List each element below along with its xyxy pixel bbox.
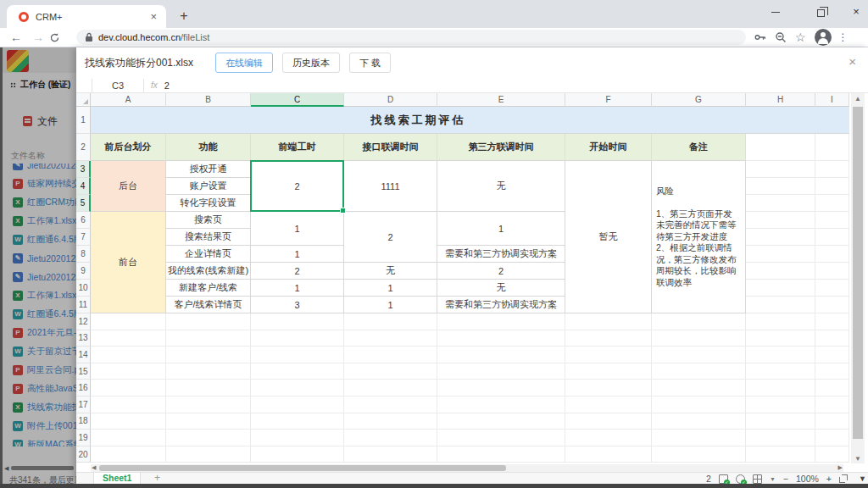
cell-F12[interactable] bbox=[565, 313, 652, 330]
cell-G13[interactable] bbox=[652, 330, 746, 347]
cell-E19[interactable] bbox=[437, 430, 565, 446]
cell-B16[interactable] bbox=[166, 380, 251, 396]
row-header-12[interactable]: 12 bbox=[76, 313, 91, 330]
col-header-E[interactable]: E bbox=[437, 93, 565, 107]
cell-E3[interactable]: 无 bbox=[437, 161, 565, 212]
cell-B9[interactable]: 我的线索(线索新建) bbox=[166, 263, 251, 280]
cell-E9[interactable]: 2 bbox=[437, 263, 565, 280]
cell-C15[interactable] bbox=[251, 363, 344, 380]
cell-H10[interactable] bbox=[746, 280, 815, 297]
cell-B4[interactable]: 账户设置 bbox=[166, 178, 251, 195]
cell-H2[interactable] bbox=[746, 134, 815, 161]
cell-E12[interactable] bbox=[437, 313, 565, 330]
cell-I20[interactable] bbox=[815, 446, 849, 463]
cell-H18[interactable] bbox=[746, 413, 815, 430]
col-header-A[interactable]: A bbox=[91, 93, 166, 107]
cell-H1[interactable] bbox=[746, 107, 849, 134]
row-header-14[interactable]: 14 bbox=[76, 347, 91, 363]
cell-H6[interactable] bbox=[746, 212, 815, 229]
row-header-5[interactable]: 5 bbox=[76, 195, 91, 212]
download-button[interactable]: 下 载 bbox=[349, 53, 391, 73]
cell-C17[interactable] bbox=[251, 396, 344, 413]
cell-E18[interactable] bbox=[437, 413, 565, 430]
url-field[interactable]: dev.cloud.hecom.cn/fileList bbox=[76, 30, 746, 45]
col-header-B[interactable]: B bbox=[166, 93, 251, 107]
zoom-out-button[interactable]: − bbox=[783, 474, 788, 484]
zoom-in-button[interactable]: + bbox=[826, 474, 832, 484]
col-header-I[interactable]: I bbox=[815, 93, 849, 107]
col-header-D[interactable]: D bbox=[344, 93, 437, 107]
cell-D15[interactable] bbox=[344, 363, 437, 380]
cell-I4[interactable] bbox=[815, 178, 849, 195]
cell-I10[interactable] bbox=[815, 280, 849, 297]
cell-H15[interactable] bbox=[746, 363, 815, 380]
cell-F13[interactable] bbox=[565, 330, 652, 347]
cell-D17[interactable] bbox=[344, 396, 437, 413]
cell-H7[interactable] bbox=[746, 229, 815, 246]
cell-I17[interactable] bbox=[815, 396, 849, 413]
cell-H4[interactable] bbox=[746, 178, 815, 195]
cell-B2[interactable]: 功能 bbox=[166, 134, 251, 161]
fullscreen-icon[interactable] bbox=[839, 474, 848, 483]
bookmark-star-icon[interactable]: ☆ bbox=[795, 30, 806, 44]
new-tab-button[interactable]: + bbox=[175, 7, 193, 25]
name-box[interactable]: C3 bbox=[92, 79, 144, 92]
cell-C13[interactable] bbox=[251, 330, 344, 347]
cell-A2[interactable]: 前后台划分 bbox=[91, 134, 166, 161]
col-header-H[interactable]: H bbox=[746, 93, 815, 107]
cell-F16[interactable] bbox=[565, 380, 652, 396]
row-header-18[interactable]: 18 bbox=[76, 413, 91, 430]
cell-F2[interactable]: 开始时间 bbox=[565, 134, 652, 161]
cell-C14[interactable] bbox=[251, 347, 344, 363]
col-header-G[interactable]: G bbox=[652, 93, 746, 107]
profile-avatar[interactable] bbox=[815, 29, 832, 46]
cell-F20[interactable] bbox=[565, 446, 652, 463]
forward-icon[interactable]: → bbox=[27, 30, 49, 44]
cell-C16[interactable] bbox=[251, 380, 344, 396]
cell-D16[interactable] bbox=[344, 380, 437, 396]
zoom-level[interactable]: 100% bbox=[796, 474, 819, 484]
cell-D2[interactable]: 接口联调时间 bbox=[344, 134, 437, 161]
sheet-hscrollbar[interactable]: ◀ ▶ bbox=[91, 464, 843, 472]
cell-D10[interactable]: 1 bbox=[344, 280, 437, 297]
scroll-down-icon[interactable]: ▼ bbox=[851, 455, 865, 463]
cell-H14[interactable] bbox=[746, 347, 815, 363]
cell-E14[interactable] bbox=[437, 347, 565, 363]
row-header-9[interactable]: 9 bbox=[76, 263, 91, 280]
cell-H3[interactable] bbox=[746, 161, 815, 178]
cell-A1[interactable]: 找线索工期评估 bbox=[91, 107, 746, 134]
cell-I12[interactable] bbox=[815, 313, 849, 330]
cell-I9[interactable] bbox=[815, 263, 849, 280]
cell-E2[interactable]: 第三方联调时间 bbox=[437, 134, 565, 161]
cell-B3[interactable]: 授权开通 bbox=[166, 161, 251, 178]
cell-H20[interactable] bbox=[746, 446, 815, 463]
cell-H5[interactable] bbox=[746, 195, 815, 212]
cell-I2[interactable] bbox=[815, 134, 849, 161]
cell-A15[interactable] bbox=[91, 363, 166, 380]
cell-A20[interactable] bbox=[91, 446, 166, 463]
cell-B18[interactable] bbox=[166, 413, 251, 430]
sheet-tab[interactable]: Sheet1 bbox=[93, 473, 141, 485]
hscroll-thumb[interactable] bbox=[99, 465, 506, 471]
cell-A13[interactable] bbox=[91, 330, 166, 347]
cell-B19[interactable] bbox=[166, 430, 251, 446]
cell-G16[interactable] bbox=[652, 380, 746, 396]
cell-D11[interactable]: 1 bbox=[344, 297, 437, 313]
cell-I18[interactable] bbox=[815, 413, 849, 430]
col-header-F[interactable]: F bbox=[565, 93, 652, 107]
cell-I11[interactable] bbox=[815, 297, 849, 313]
cell-B12[interactable] bbox=[166, 313, 251, 330]
tab-close-icon[interactable]: × bbox=[147, 11, 159, 22]
layout-caret-icon[interactable]: ▼ bbox=[770, 476, 776, 482]
cell-G20[interactable] bbox=[652, 446, 746, 463]
cell-D3[interactable]: 1111 bbox=[344, 161, 437, 212]
viewer-close-icon[interactable]: × bbox=[849, 54, 856, 69]
cell-B5[interactable]: 转化字段设置 bbox=[166, 195, 251, 212]
window-minimize-button[interactable] bbox=[759, 0, 793, 25]
collapse-toolbar-icon[interactable]: ▼ bbox=[859, 473, 866, 485]
select-all-corner[interactable] bbox=[76, 93, 91, 107]
password-key-icon[interactable] bbox=[754, 32, 766, 42]
history-version-button[interactable]: 历史版本 bbox=[282, 53, 340, 73]
row-header-2[interactable]: 2 bbox=[76, 134, 91, 161]
cell-F17[interactable] bbox=[565, 396, 652, 413]
